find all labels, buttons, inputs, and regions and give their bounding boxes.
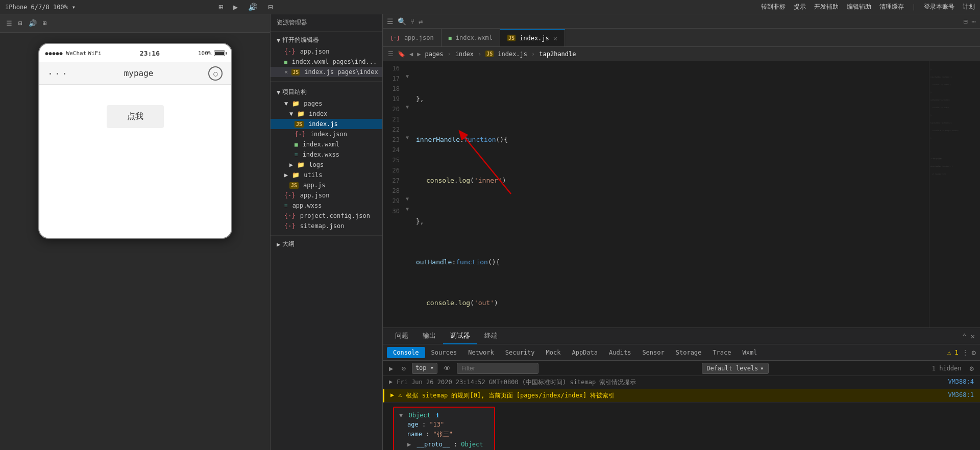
settings-icon-2[interactable]: ⚙ (968, 363, 976, 373)
user-settings[interactable]: 计划 (963, 3, 975, 11)
breadcrumb-file[interactable]: index.js (498, 51, 527, 58)
panel-up-icon[interactable]: ⌃ (962, 332, 966, 340)
console-tab-audits[interactable]: Audits (604, 347, 636, 358)
toolbar-icon-2[interactable]: ⊟ (18, 19, 22, 27)
dropdown-arrow[interactable]: ▾ (72, 4, 76, 11)
panel-close-icon[interactable]: ✕ (971, 332, 975, 340)
fold-arrow-23[interactable]: ▼ (406, 135, 414, 145)
console-tab-mock[interactable]: Mock (541, 347, 566, 358)
top-selector[interactable]: top ▾ (412, 363, 437, 374)
toolbar-icon-4[interactable]: ⊞ (43, 19, 47, 27)
tree-file-index-wxml[interactable]: ■ index.wxml (271, 139, 382, 149)
tree-folder-pages[interactable]: ▼ 📁 pages (271, 98, 382, 109)
open-file-app-json[interactable]: {·} app.json (271, 46, 382, 57)
arrow-icon: ▼ (289, 110, 293, 117)
git-icon[interactable]: ⑂ (410, 17, 414, 26)
hamburger-menu-icon[interactable]: ☰ (388, 51, 394, 58)
menu-item-1[interactable]: 转到非标 (761, 3, 786, 11)
breadcrumb-forward[interactable]: ▶ (417, 51, 421, 58)
console-clear-icon[interactable]: ⊘ (399, 363, 407, 373)
play-icon[interactable]: ▶ (233, 3, 238, 12)
open-file-index-wxml[interactable]: ■ index.wxml pages\ind... (271, 57, 382, 67)
console-tab-sources[interactable]: Sources (426, 347, 462, 358)
code-lines[interactable]: }, innerHandle:function(){ console.log('… (414, 61, 929, 328)
default-levels-selector[interactable]: Default levels ▾ (702, 363, 768, 374)
tree-file-index-wxss[interactable]: ≡ index.wxss (271, 149, 382, 160)
tree-file-app-json[interactable]: {·} app.json (271, 190, 382, 201)
tree-folder-utils[interactable]: ▶ 📁 utils (271, 170, 382, 180)
breadcrumb-function[interactable]: tap2handle (539, 51, 576, 58)
fold-arrow-17[interactable]: ▼ (406, 73, 414, 84)
console-tab-appdata[interactable]: AppData (567, 347, 603, 358)
search-icon[interactable]: 🔍 (398, 17, 406, 26)
breadcrumb-bookmark[interactable]: 🔖 (398, 51, 405, 58)
obj-expand-arrow[interactable]: ▼ (399, 412, 403, 419)
tab-problems[interactable]: 问题 (388, 328, 415, 344)
eye-icon[interactable]: 👁 (442, 363, 453, 373)
tab-output[interactable]: 输出 (415, 328, 443, 344)
tab-debugger[interactable]: 调试器 (443, 328, 477, 344)
fold-arrow-20[interactable]: ▼ (406, 104, 414, 114)
tab-app-json[interactable]: {·} app.json (383, 29, 442, 46)
toolbar-icon-3[interactable]: 🔊 (29, 19, 37, 27)
device-label[interactable]: iPhone 6/7/8 100% (5, 4, 68, 11)
console-exec-icon[interactable]: ▶ (387, 363, 395, 373)
tree-file-app-wxss[interactable]: ≡ app.wxss (271, 201, 382, 211)
tab-close-button[interactable]: ✕ (553, 34, 557, 42)
layout-toggle-icon[interactable]: ⊞ (218, 3, 223, 12)
console-tab-network[interactable]: Network (463, 347, 499, 358)
split-editor-icon[interactable]: ⊟ (963, 17, 967, 26)
console-tab-wxml[interactable]: Wxml (737, 347, 762, 358)
menu-item-5[interactable]: 清理缓存 (879, 3, 904, 11)
breadcrumb-back[interactable]: ◀ (409, 51, 413, 58)
warning-source[interactable]: VM368:1 (948, 391, 974, 398)
file-name: app.json (300, 192, 330, 199)
open-editors-title[interactable]: ▼ 打开的编辑器 (271, 34, 382, 46)
tree-file-project-config[interactable]: {·} project.config.json (271, 211, 382, 221)
open-file-index-js[interactable]: ✕ JS index.js pages\index (271, 67, 382, 77)
menu-item-4[interactable]: 编辑辅助 (847, 3, 871, 11)
login-user[interactable]: 登录本账号 (924, 3, 954, 11)
outline-section[interactable]: ▶ 大纲 (271, 238, 382, 251)
tree-folder-index[interactable]: ▼ 📁 index (271, 109, 382, 119)
console-tab-security[interactable]: Security (500, 347, 540, 358)
split-icon[interactable]: ⇄ (419, 17, 423, 26)
tab-index-js[interactable]: JS index.js ✕ (500, 29, 565, 46)
console-messages[interactable]: ▶ Fri Jun 26 2020 23:14:52 GMT+0800 (中国标… (383, 376, 980, 450)
console-tab-console[interactable]: Console (387, 347, 425, 358)
console-tab-storage[interactable]: Storage (671, 347, 707, 358)
code-line-19: }, (414, 216, 929, 227)
settings-icon[interactable]: ⚙ (972, 348, 976, 357)
tree-file-index-js[interactable]: JS index.js (271, 119, 382, 129)
file-name: project.config.json (300, 212, 370, 219)
phone-click-button[interactable]: 点我 (107, 105, 164, 128)
project-title[interactable]: ▼ 项目结构 (271, 86, 382, 98)
tree-file-sitemap[interactable]: {·} sitemap.json (271, 221, 382, 231)
fold-arrow-30[interactable]: ▼ (406, 206, 414, 216)
more-options-icon[interactable]: ⋯ (972, 17, 976, 26)
tree-file-index-json[interactable]: {·} index.json (271, 129, 382, 139)
msg-source[interactable]: VM388:4 (948, 378, 974, 385)
tab-terminal[interactable]: 终端 (477, 328, 505, 344)
fold-arrow-29[interactable]: ▼ (406, 196, 414, 206)
tab-icon-wxml: ■ (449, 35, 452, 41)
menu-item-2[interactable]: 提示 (794, 3, 806, 11)
compile-icon[interactable]: ⊟ (268, 3, 273, 12)
breadcrumb-pages[interactable]: pages (425, 51, 443, 58)
volume-icon[interactable]: 🔊 (248, 3, 258, 12)
warning-expand[interactable]: ▶ (390, 391, 394, 398)
hamburger-icon[interactable]: ☰ (387, 17, 394, 26)
console-tab-sensor[interactable]: Sensor (637, 347, 669, 358)
breadcrumb-index[interactable]: index (455, 51, 474, 58)
proto-expand[interactable]: ▶ (407, 441, 411, 448)
tree-file-app-js[interactable]: JS app.js (271, 180, 382, 190)
code-content[interactable]: 16 17 18 19 20 21 22 23 24 25 26 27 (383, 61, 980, 328)
toolbar-icon-1[interactable]: ☰ (6, 19, 12, 27)
console-tab-trace[interactable]: Trace (707, 347, 736, 358)
filter-input[interactable] (457, 363, 538, 374)
more-dots[interactable]: ⋮ (962, 348, 969, 357)
warning-badge[interactable]: ⚠ 1 (947, 349, 959, 356)
tree-folder-logs[interactable]: ▶ 📁 logs (271, 160, 382, 170)
menu-item-3[interactable]: 开发辅助 (814, 3, 839, 11)
tab-index-wxml[interactable]: ■ index.wxml (442, 29, 500, 46)
